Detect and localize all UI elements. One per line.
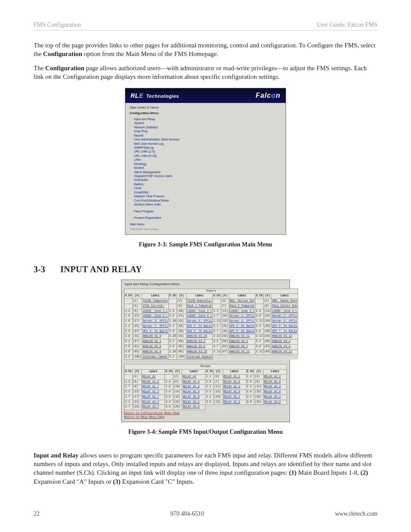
config-menu-item[interactable]: URL Links (1-5) — [134, 150, 155, 153]
link-item[interactable]: Server 3: Offli — [143, 320, 168, 323]
link-item[interactable]: RELAY #2.1 — [224, 385, 240, 388]
link-item[interactable]: LD5AS: Zone 1 L — [143, 310, 168, 313]
config-menu-item[interactable]: Icmp Ping — [134, 130, 147, 133]
config-menu-item[interactable]: User Administration (Web Access) — [134, 138, 180, 141]
link-item[interactable]: ANALOG #3.3 — [230, 340, 248, 343]
config-menu-item[interactable]: Modem — [134, 166, 144, 169]
link-item[interactable]: ANALOG #3.1 — [143, 340, 161, 343]
link-item[interactable]: Rack 1 Temperat — [187, 305, 212, 308]
link-item[interactable]: ANALOG #3.9 — [143, 350, 161, 353]
link-item[interactable]: RELAY #1.2 — [264, 375, 281, 378]
config-menu-item[interactable]: URL Links (6-10) — [134, 154, 157, 157]
link-item[interactable]: TS140 Temperatu — [143, 299, 168, 302]
link-item[interactable]: ANALOG #3.10 — [187, 350, 207, 353]
link-item[interactable]: RELAY #2.5 — [224, 390, 240, 393]
link-item[interactable]: SMK: Smoke Dete — [272, 299, 297, 302]
link-item[interactable]: RELAY #2.6 — [264, 390, 281, 393]
link-item[interactable]: CT55 Current: — [143, 305, 165, 308]
link-item[interactable]: LD5AS: Zone 2 L — [187, 310, 212, 313]
link-item[interactable]: RELAY #2.4 — [183, 390, 199, 393]
link-item[interactable]: ANALOG #2.10 — [187, 335, 207, 338]
link-item[interactable]: RELAY #1.7 — [142, 385, 159, 388]
link-item[interactable]: RELAY #3.8 — [183, 405, 199, 408]
link-item[interactable]: Server 4: Offli — [187, 320, 212, 323]
link-item[interactable]: ANALOG #2.11 — [230, 335, 250, 338]
link-item[interactable]: ANALOG #3.4 — [272, 340, 290, 343]
config-menu-item[interactable]: Keypad/DTMF Access Users — [134, 174, 172, 177]
link-item[interactable]: Server 6: Offli — [272, 320, 297, 323]
link-item[interactable]: RELAY #2.8 — [183, 395, 199, 398]
link-item[interactable]: ANALOG #3.11 — [230, 350, 250, 353]
config-menu-item[interactable]: Input and Relay — [134, 118, 155, 121]
link-item[interactable]: UPS 2: On Batte — [230, 325, 255, 328]
config-menu-item[interactable]: Bacnet — [134, 134, 143, 137]
config-menu-item[interactable]: Battery — [134, 183, 143, 186]
link-item[interactable]: Server 2: Offli — [272, 314, 297, 317]
link-item[interactable]: TS140 Humidity: — [187, 299, 212, 302]
link-item[interactable]: RELAY #1.3 — [142, 380, 159, 383]
link-item[interactable]: RELAY #3.3 — [142, 401, 159, 404]
link-item[interactable]: ANALOG #3.8 — [272, 345, 290, 348]
link-item[interactable]: UPS 3: On Batte — [272, 325, 297, 328]
link-item[interactable]: Internal Humidi — [187, 355, 212, 358]
link-item[interactable]: RELAY #1.5 — [224, 380, 240, 383]
link-item[interactable]: RELAY #3.7 — [142, 405, 159, 408]
config-menu-item[interactable]: Modbus Slave Units — [134, 203, 161, 206]
link-item[interactable]: RELAY #1 — [142, 375, 156, 378]
link-item[interactable]: ANALOG #3.12 — [272, 350, 292, 353]
config-menu-item[interactable]: SNMP/SysLog — [134, 146, 154, 149]
config-menu-item[interactable]: Web User Access Log — [134, 142, 164, 145]
config-menu-item[interactable]: Com Port1/Modbus/Telnet — [134, 199, 169, 202]
link-item[interactable]: RELAY #3.5 — [224, 401, 240, 404]
link-item[interactable]: Server 7: Offli — [143, 325, 168, 328]
config-menu-item[interactable]: Links — [134, 158, 141, 161]
link-main-menu[interactable]: Main Menu — [130, 223, 145, 226]
link-item[interactable]: UPS 7: On Batte — [272, 330, 297, 333]
link-item[interactable]: Server 1: Offli — [230, 314, 255, 317]
link-item[interactable]: Server 5: Offli — [230, 320, 255, 323]
link-item[interactable]: Data Center Doo — [272, 305, 297, 308]
link-item[interactable]: ANALOG #2.12 — [272, 335, 292, 338]
config-menu-item[interactable]: Network Time Protocol — [134, 195, 164, 198]
link-item[interactable]: RELAY #1.4 — [183, 380, 199, 383]
link-return-main[interactable]: Return to Main Menu Page — [124, 416, 165, 419]
link-item[interactable]: UPS 5: On Batte — [187, 330, 212, 333]
link-return-config[interactable]: Return to Configuration Menu Page — [124, 412, 180, 415]
link-product-registration[interactable]: Product Registration — [134, 216, 161, 219]
link-item[interactable]: LD5AS: Zone 3 L — [230, 310, 255, 313]
link-item[interactable]: ANALOG #3.5 — [143, 345, 161, 348]
link-item[interactable]: Rack 2 Temperat — [230, 305, 255, 308]
link-item[interactable]: MD3: Motion Det — [230, 299, 255, 302]
link-item[interactable]: RELAY #3.6 — [264, 401, 281, 404]
link-item[interactable]: ANALOG #3.2 — [187, 340, 206, 343]
link-item[interactable]: RELAY #1.6 — [264, 380, 281, 383]
link-item[interactable]: LD5AS: Zone 5 L — [143, 314, 168, 317]
link-flash-program[interactable]: Flash Program — [134, 210, 154, 213]
config-menu-item[interactable]: Schedules — [134, 178, 148, 181]
link-item[interactable]: RELAY #2.2 — [264, 385, 281, 388]
link-item[interactable]: LD5AS: Zone 6 L — [187, 314, 212, 317]
link-item[interactable]: RELAY #2 — [183, 375, 196, 378]
link-item[interactable]: RELAY #1.1 — [224, 375, 240, 378]
link-item[interactable]: ANALOG #3.7 — [230, 345, 248, 348]
config-menu-item[interactable]: Clock — [134, 187, 142, 190]
link-item[interactable]: RELAY #3.2 — [264, 395, 281, 398]
config-menu-item[interactable]: Nest/Egg — [134, 162, 146, 165]
link-item[interactable]: RELAY #1.8 — [183, 385, 199, 388]
link-item[interactable]: RELAY #3.4 — [183, 401, 199, 404]
link-item[interactable]: UPS 4: On Batte — [143, 330, 168, 333]
link-item[interactable]: LD5AS: Zone 4 L — [272, 310, 297, 313]
config-menu-item[interactable]: System — [134, 121, 144, 124]
config-menu-item[interactable]: Network Statistics — [134, 126, 158, 129]
link-item[interactable]: UPS 6: On Batte — [230, 330, 255, 333]
link-item[interactable]: UPS 1: On Batte — [187, 325, 212, 328]
link-item[interactable]: RELAY #2.7 — [142, 395, 159, 398]
config-menu-item[interactable]: Email/DNS — [134, 191, 149, 194]
link-item[interactable]: RELAY #3.1 — [224, 395, 240, 398]
link-item[interactable]: Internal Temper — [143, 355, 168, 358]
link-item[interactable]: ANALOG #3.6 — [187, 345, 206, 348]
config-menu-item[interactable]: Alarm Management — [134, 171, 160, 174]
cell-num: (18) — [173, 395, 182, 400]
link-item[interactable]: ANALOG #2.9 — [143, 335, 161, 338]
link-item[interactable]: RELAY #2.3 — [142, 390, 159, 393]
